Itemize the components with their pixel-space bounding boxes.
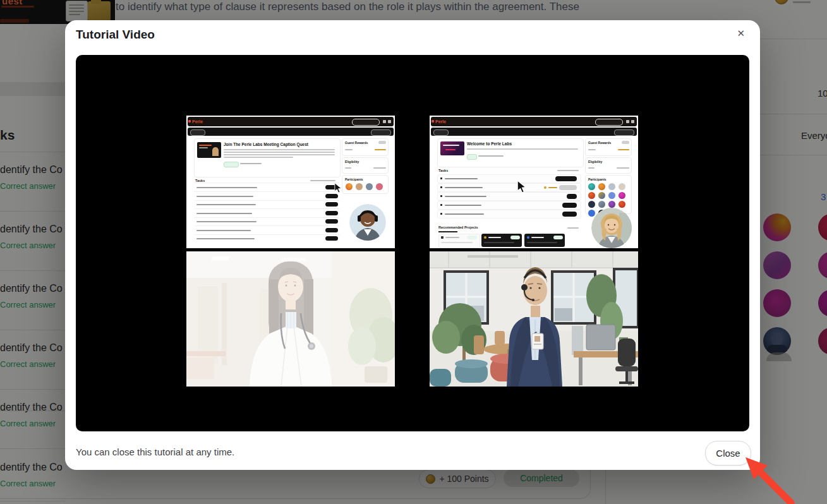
- mini-project-card: [438, 234, 480, 248]
- mini-presenter-avatar: [349, 204, 386, 241]
- mini-task-button: [562, 203, 577, 208]
- mini-tasks-heading: Tasks: [438, 169, 448, 172]
- mini-cursor: [517, 180, 526, 193]
- mini-project-card: [524, 234, 565, 247]
- mini-connect-button: [595, 119, 623, 126]
- perle-logo: Perle: [435, 119, 446, 124]
- mini-eligibility-card: Eligibility: [585, 157, 632, 174]
- mini-action-button: [371, 129, 391, 136]
- mini-task-button: [325, 228, 338, 232]
- mini-task-row: [437, 192, 581, 201]
- modal-title: Tutorial Video: [76, 28, 155, 42]
- mini-icon: [631, 120, 634, 123]
- mini-toolbar: [431, 128, 637, 136]
- video-tile-presenter-camera: [430, 251, 638, 387]
- mini-project-card: [481, 234, 522, 247]
- mini-action-button: [614, 129, 634, 136]
- mini-rewards-card: Guest Rewards: [585, 138, 632, 156]
- mini-task-button: [562, 212, 577, 217]
- mini-icon: [626, 120, 629, 123]
- mini-task-button: [325, 202, 338, 207]
- mini-icon: [383, 120, 386, 123]
- mini-navbar: Perle: [188, 117, 394, 126]
- video-player[interactable]: Perle Join The Perle Labs Meeting Capt: [76, 55, 749, 431]
- pointer-arrow: [732, 446, 797, 504]
- mini-eligibility-card: Eligibility: [342, 157, 389, 174]
- perle-logo: Perle: [192, 119, 203, 124]
- mini-quest-title: Welcome to Perle Labs: [467, 141, 512, 146]
- mini-status-badge: [467, 154, 477, 160]
- mini-quest-banner: [197, 142, 221, 158]
- mini-task-row: [437, 174, 581, 183]
- mini-task-button: [555, 176, 577, 181]
- mini-back-button: [190, 129, 205, 136]
- mini-navbar: Perle: [431, 117, 637, 126]
- mini-task-row: [437, 210, 581, 219]
- mini-rewards-card: Guest Rewards: [342, 138, 389, 156]
- mini-icon: [388, 120, 391, 123]
- mini-participants-card: Participants: [342, 175, 389, 194]
- mini-back-button: [433, 129, 449, 136]
- mini-task-button: [325, 219, 338, 224]
- mini-task-button: [325, 211, 338, 215]
- perle-logo-icon: [188, 120, 191, 123]
- mini-status-badge: [224, 162, 239, 167]
- modal-footer-note: You can close this tutorial at any time.: [76, 447, 234, 457]
- mini-task-button: [559, 185, 577, 190]
- mini-toolbar: [188, 128, 394, 136]
- mini-task-row: [437, 183, 581, 192]
- screen: uest to identify what type of clause it …: [0, 0, 827, 504]
- video-tile-doctor-camera: [186, 251, 395, 387]
- mini-quest-card: Welcome to Perle Labs: [437, 138, 584, 167]
- close-icon[interactable]: ✕: [734, 25, 747, 42]
- mini-task-row: [437, 201, 581, 210]
- perle-logo-icon: [432, 120, 434, 123]
- mini-connect-button: [352, 119, 380, 126]
- mini-task-button: [325, 194, 338, 198]
- mini-presenter-avatar: [591, 208, 632, 248]
- video-tile-screenshare-1: Perle Join The Perle Labs Meeting Capt: [186, 116, 395, 248]
- mini-task-button: [567, 194, 577, 199]
- mini-quest-banner: [440, 141, 464, 155]
- video-tile-screenshare-2: Perle Welcome to Perle Labs: [430, 116, 638, 248]
- mini-quest-title: Join The Perle Labs Meeting Caption Ques…: [224, 142, 308, 147]
- tutorial-video-modal: Tutorial Video ✕ Perle: [65, 20, 760, 470]
- mini-cursor: [334, 183, 341, 193]
- mini-quest-card: Join The Perle Labs Meeting Caption Ques…: [194, 138, 341, 177]
- mini-task-button: [325, 236, 338, 241]
- mini-recommended-heading: Recommended Projects: [438, 225, 478, 229]
